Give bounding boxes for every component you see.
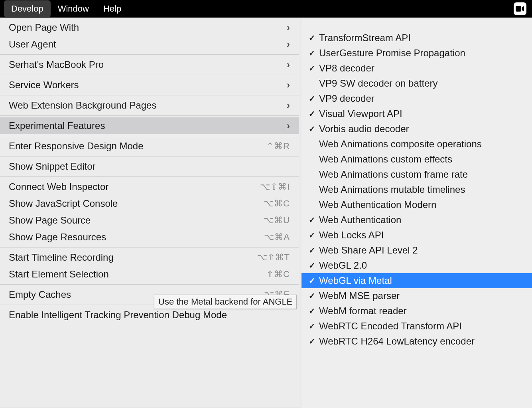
menu-item[interactable]: Service Workers›	[0, 77, 299, 93]
menu-item[interactable]: Show Page Source⌥⌘U	[0, 212, 299, 229]
check-icon: ✓	[306, 291, 317, 301]
menu-item-label: Show JavaScript Console	[9, 198, 118, 209]
menu-item[interactable]: Experimental Features›	[0, 117, 299, 134]
check-icon: ✓	[306, 261, 317, 270]
submenu-item[interactable]: Web Animations composite operations	[301, 137, 532, 152]
submenu-item[interactable]: Web Animations custom frame rate	[301, 167, 532, 182]
menu-item-right: ⌥⌘C	[264, 198, 290, 209]
menu-item[interactable]: Enter Responsive Design Mode⌃⌘R	[0, 138, 299, 154]
menu-item-label: Show Page Source	[9, 215, 91, 226]
check-icon: ✓	[306, 246, 317, 255]
menu-item-right: ⇧⌘C	[266, 269, 290, 279]
menu-item[interactable]: Start Element Selection⇧⌘C	[0, 266, 299, 283]
menu-item[interactable]: Show Page Resources⌥⌘A	[0, 229, 299, 246]
menu-item-label: Empty Caches	[9, 289, 71, 300]
check-icon: ✓	[306, 276, 317, 285]
check-icon: ✓	[306, 94, 317, 103]
check-icon: ✓	[306, 215, 317, 225]
chevron-right-icon: ›	[287, 22, 290, 33]
submenu-item-label: VP9 decoder	[317, 93, 374, 104]
check-icon: ✓	[306, 109, 317, 119]
menu-section: Service Workers›	[0, 75, 299, 95]
menu-item-right: ›	[287, 79, 290, 91]
submenu-item-label: Vorbis audio decoder	[317, 123, 409, 135]
submenu-item[interactable]: Web Authentication Modern	[301, 197, 532, 212]
submenu-item-label: UserGesture Promise Propagation	[317, 48, 465, 59]
menu-item[interactable]: Start Timeline Recording⌥⇧⌘T	[0, 249, 299, 266]
check-icon: ✓	[306, 63, 317, 73]
chevron-right-icon: ›	[287, 79, 290, 91]
chevron-right-icon: ›	[287, 120, 290, 131]
menu-item[interactable]: Enable Intelligent Tracking Prevention D…	[0, 307, 299, 323]
menu-item[interactable]: Serhat's MacBook Pro›	[0, 56, 299, 73]
check-icon: ✓	[306, 230, 317, 240]
menu-item-label: Start Timeline Recording	[9, 252, 114, 263]
submenu-item-label: Web Animations composite operations	[317, 139, 482, 150]
menu-section: Start Timeline Recording⌥⇧⌘TStart Elemen…	[0, 248, 299, 285]
submenu-item[interactable]: ✓WebM MSE parser	[301, 288, 532, 303]
submenu-item[interactable]: Web Animations custom effects	[301, 152, 532, 167]
experimental-features-submenu: ✓TransformStream API✓UserGesture Promise…	[301, 18, 532, 408]
menubar-item-window[interactable]: Window	[51, 0, 96, 17]
menu-section: Web Extension Background Pages›	[0, 95, 299, 116]
check-icon: ✓	[306, 48, 317, 58]
menu-item-label: Show Page Resources	[9, 232, 106, 243]
submenu-item-label: VP9 SW decoder on battery	[317, 78, 438, 89]
menu-item-right: ⌥⌘U	[264, 215, 290, 226]
submenu-item-label: Web Animations custom effects	[317, 154, 452, 165]
menu-section: Show Snippet Editor	[0, 156, 299, 177]
menu-item[interactable]: Show Snippet Editor	[0, 158, 299, 175]
menu-item-label: Experimental Features	[9, 120, 105, 131]
submenu-item[interactable]: VP9 SW decoder on battery	[301, 76, 532, 91]
submenu-item[interactable]: ✓Web Locks API	[301, 228, 532, 243]
submenu-item-label: WebRTC H264 LowLatency encoder	[317, 336, 475, 347]
svg-rect-0	[516, 6, 521, 12]
submenu-item[interactable]: ✓WebGL 2.0	[301, 258, 532, 273]
menu-section: Serhat's MacBook Pro›	[0, 55, 299, 75]
tooltip: Use the Metal backend for ANGLE	[154, 295, 297, 309]
menu-item-shortcut: ⌥⇧⌘T	[257, 252, 290, 263]
menu-item-right: ⌃⌘R	[266, 141, 290, 151]
submenu-item-label: WebGL 2.0	[317, 260, 367, 271]
submenu-item[interactable]: ✓VP9 decoder	[301, 91, 532, 106]
menu-item-shortcut: ⌥⌘A	[264, 232, 290, 242]
menu-item-right: ⌥⇧⌘I	[260, 182, 290, 192]
menu-item[interactable]: User Agent›	[0, 36, 299, 53]
submenu-item-label: Web Authentication Modern	[317, 199, 436, 210]
menu-item[interactable]: Connect Web Inspector⌥⇧⌘I	[0, 178, 299, 195]
submenu-item-label: TransformStream API	[317, 32, 411, 44]
menu-item-label: Service Workers	[9, 79, 79, 91]
submenu-item[interactable]: ✓Vorbis audio decoder	[301, 121, 532, 137]
menu-item-right: ⌥⌘A	[264, 232, 290, 242]
menu-item-shortcut: ⌥⇧⌘I	[260, 182, 290, 192]
develop-menu: Open Page With›User Agent›Serhat's MacBo…	[0, 18, 299, 408]
submenu-item[interactable]: ✓WebM format reader	[301, 303, 532, 319]
submenu-item[interactable]: ✓Web Authentication	[301, 212, 532, 228]
submenu-item[interactable]: ✓VP8 decoder	[301, 61, 532, 76]
menu-item-right: ›	[287, 59, 290, 70]
menu-item-label: Start Element Selection	[9, 269, 109, 280]
submenu-item[interactable]: ✓WebGL via Metal	[301, 273, 532, 288]
chevron-right-icon: ›	[287, 100, 290, 111]
submenu-item[interactable]: ✓UserGesture Promise Propagation	[301, 46, 532, 61]
facetime-icon[interactable]	[514, 2, 526, 15]
menu-item[interactable]: Open Page With›	[0, 19, 299, 36]
submenu-item[interactable]: ✓Visual Viewport API	[301, 106, 532, 121]
menu-item-right: ⌥⇧⌘T	[257, 252, 290, 263]
menu-item[interactable]: Show JavaScript Console⌥⌘C	[0, 195, 299, 212]
menu-item-shortcut: ⌥⌘U	[264, 215, 290, 226]
submenu-item-label: WebM format reader	[317, 305, 407, 317]
submenu-item[interactable]: ✓TransformStream API	[301, 30, 532, 46]
submenu-item[interactable]: ✓Web Share API Level 2	[301, 243, 532, 258]
submenu-item[interactable]: ✓WebRTC H264 LowLatency encoder	[301, 334, 532, 349]
submenu-item-label: Web Locks API	[317, 230, 384, 241]
submenu-item[interactable]: Web Animations mutable timelines	[301, 182, 532, 197]
menubar-item-develop[interactable]: Develop	[4, 0, 51, 17]
menu-item-label: Web Extension Background Pages	[9, 100, 156, 111]
check-icon: ✓	[306, 337, 317, 346]
submenu-item[interactable]: ✓WebRTC Encoded Transform API	[301, 319, 532, 334]
tooltip-text: Use the Metal backend for ANGLE	[158, 297, 292, 307]
menubar-item-help[interactable]: Help	[96, 0, 128, 17]
menu-item[interactable]: Web Extension Background Pages›	[0, 97, 299, 114]
menu-item-shortcut: ⇧⌘C	[266, 269, 290, 279]
